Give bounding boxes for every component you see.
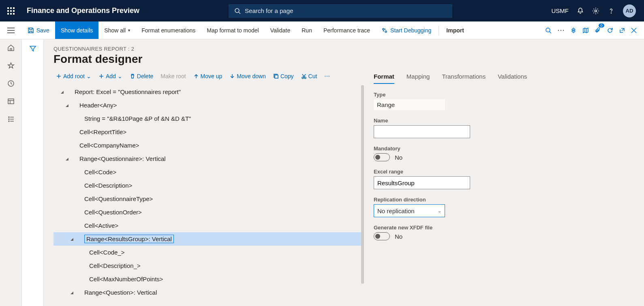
svg-point-16 (383, 28, 384, 30)
refresh-icon[interactable] (607, 27, 613, 34)
gear-icon[interactable] (592, 7, 599, 15)
tree-toolbar: Add root⌄ Add⌄ Delete Make root Move up … (53, 73, 362, 79)
tree-caret-icon[interactable]: ◢ (59, 90, 65, 94)
delete-button[interactable]: Delete (130, 73, 153, 79)
close-icon[interactable] (631, 28, 637, 33)
show-details-button[interactable]: Show details (55, 21, 98, 39)
tree-row[interactable]: ◢Range<Questionnaire>: Vertical (53, 152, 362, 165)
tab-format[interactable]: Format (374, 73, 394, 84)
replication-select[interactable]: No replication ⌄ (374, 204, 445, 217)
save-label: Save (36, 27, 49, 34)
format-tree: ◢Report: Excel = "Questionnaires report"… (53, 85, 362, 299)
bell-icon[interactable] (577, 7, 584, 15)
mandatory-value: No (395, 154, 402, 161)
tree-row[interactable]: ◢Cell<ReportTitle> (53, 125, 362, 139)
name-input[interactable] (374, 125, 470, 138)
filter-icon[interactable] (29, 45, 36, 306)
copy-button[interactable]: Copy (273, 73, 294, 79)
modules-icon[interactable] (7, 116, 15, 123)
tab-mapping[interactable]: Mapping (407, 73, 430, 84)
avatar[interactable]: AD (623, 4, 636, 17)
search-command-icon[interactable] (545, 27, 552, 34)
tree-label: Range<Question>: Vertical (84, 289, 157, 296)
tab-transformations[interactable]: Transformations (442, 73, 486, 84)
move-down-button[interactable]: Move down (229, 73, 266, 79)
left-rail (0, 39, 22, 306)
replication-value: No replication (377, 208, 415, 214)
tree-row[interactable]: ◢Cell<CompanyName> (53, 139, 362, 152)
svg-point-9 (235, 9, 239, 13)
help-icon[interactable] (608, 7, 615, 15)
tree-caret-icon[interactable]: ◢ (69, 237, 75, 241)
tree-row[interactable]: ◢Cell<Code> (53, 165, 362, 179)
tree-caret-icon[interactable]: ◢ (64, 157, 70, 161)
move-up-button[interactable]: Move up (193, 73, 223, 79)
breadcrumb: QUESTIONNAIRES REPORT : 2 (53, 46, 636, 52)
excel-range-input[interactable] (374, 176, 470, 189)
add-root-button[interactable]: Add root⌄ (56, 73, 91, 79)
tree-row[interactable]: ◢Cell<Description_> (53, 259, 362, 272)
svg-rect-0 (7, 7, 9, 9)
svg-point-33 (9, 121, 9, 122)
tree-row[interactable]: ◢Report: Excel = "Questionnaires report" (53, 85, 362, 98)
company-label[interactable]: USMF (552, 7, 569, 14)
cut-button[interactable]: Cut (301, 73, 317, 79)
star-icon[interactable] (7, 62, 15, 69)
svg-line-10 (239, 12, 240, 14)
tree-row[interactable]: ◢Cell<Active> (53, 219, 362, 232)
tree-row[interactable]: ◢Cell<QuestionnaireType> (53, 192, 362, 205)
start-debugging-button[interactable]: Start Debugging (376, 21, 437, 39)
workspace-icon[interactable] (7, 98, 15, 105)
tree-caret-icon[interactable]: ◢ (69, 291, 75, 295)
add-button[interactable]: Add⌄ (98, 73, 122, 79)
svg-line-19 (550, 32, 551, 33)
scrollbar-thumb[interactable] (361, 85, 364, 284)
nav-toggle-icon[interactable] (0, 21, 22, 39)
command-bar: Save Show details Show all▾ Format enume… (0, 21, 644, 39)
search-input[interactable] (245, 7, 447, 14)
svg-rect-2 (13, 7, 15, 9)
svg-point-17 (385, 31, 387, 32)
app-launcher-icon[interactable] (0, 7, 22, 15)
popout-icon[interactable] (619, 27, 625, 34)
attachment-badge: 0 (599, 24, 604, 28)
more-icon[interactable] (557, 29, 565, 32)
svg-point-42 (325, 76, 326, 77)
tree-label: Cell<Description_> (89, 262, 141, 269)
map-format-button[interactable]: Map format to model (201, 21, 264, 39)
format-enumerations-button[interactable]: Format enumerations (136, 21, 201, 39)
tree-row[interactable]: ◢Header<Any> (53, 98, 362, 112)
tree-row[interactable]: ◢Cell<Description> (53, 179, 362, 192)
svg-rect-3 (7, 10, 9, 12)
validate-button[interactable]: Validate (265, 21, 296, 39)
attachment-icon[interactable]: 0 (595, 27, 601, 34)
svg-point-22 (563, 30, 564, 31)
tree-row[interactable]: ◢Range<ResultsGroup>: Vertical (53, 232, 362, 246)
tree-row[interactable]: ◢String = "&R&10Page &P of &N &D &T" (53, 112, 362, 125)
map-icon[interactable] (582, 27, 589, 34)
tree-row[interactable]: ◢Cell<QuestionOrder> (53, 205, 362, 219)
tree-row[interactable]: ◢Range<Question>: Vertical (53, 286, 362, 299)
clock-icon[interactable] (7, 80, 15, 87)
global-search[interactable] (229, 4, 452, 18)
performance-trace-button[interactable]: Performance trace (318, 21, 376, 39)
run-button[interactable]: Run (296, 21, 318, 39)
filter-column (22, 39, 44, 306)
home-icon[interactable] (7, 44, 15, 51)
tree-row[interactable]: ◢Cell<Code_> (53, 246, 362, 259)
tree-label: String = "&R&10Page &P of &N &D &T" (84, 115, 191, 122)
mandatory-toggle[interactable] (374, 153, 390, 161)
svg-point-44 (329, 76, 329, 77)
save-button[interactable]: Save (22, 21, 55, 39)
diamond-icon[interactable] (570, 27, 577, 34)
more-tree-icon[interactable] (324, 73, 330, 79)
tree-caret-icon[interactable]: ◢ (64, 103, 70, 107)
import-button[interactable]: Import (441, 21, 470, 39)
xfdf-toggle[interactable] (374, 232, 390, 240)
show-all-button[interactable]: Show all▾ (98, 21, 136, 39)
tab-validations[interactable]: Validations (498, 73, 527, 84)
tree-row[interactable]: ◢Cell<MaxNumberOfPoints> (53, 272, 362, 286)
svg-rect-26 (8, 99, 14, 104)
make-root-button[interactable]: Make root (160, 73, 186, 79)
tree-label: Cell<Description> (84, 182, 132, 189)
